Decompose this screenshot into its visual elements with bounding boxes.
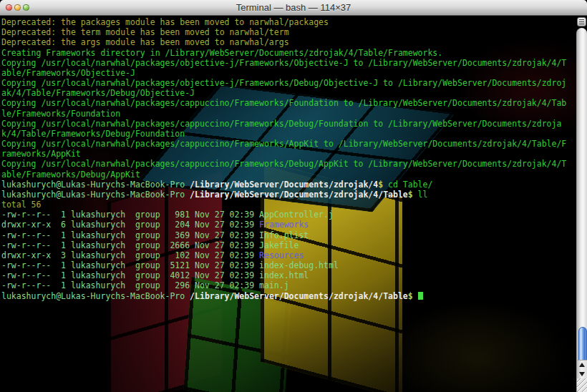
window-resize-grip[interactable] <box>576 378 587 392</box>
terminal-screen[interactable]: Deprecated: the packages module has been… <box>0 16 566 301</box>
terminal-line: lukashurych@Lukas-Hurychs-MacBook-Pro /L… <box>1 291 566 301</box>
terminal-cursor <box>418 292 423 300</box>
terminal-line: Copying /usr/local/narwhal/packages/capp… <box>1 159 566 179</box>
terminal-line: Copying /usr/local/narwhal/packages/capp… <box>1 119 566 139</box>
scrollbar-track[interactable] <box>576 28 587 360</box>
terminal-line: -rw-r--r-- 1 lukashurych group 5121 Nov … <box>1 260 566 270</box>
arrow-down-icon <box>579 372 585 376</box>
terminal-line: Copying /usr/local/narwhal/packages/obje… <box>1 58 566 78</box>
terminal-line: Creating Frameworks directory in /Librar… <box>1 48 566 58</box>
scroll-down-button[interactable] <box>576 369 587 378</box>
scroll-up-button[interactable] <box>576 360 587 369</box>
terminal-line: Deprecated: the term module has been mov… <box>1 27 566 37</box>
terminal-line: Deprecated: the packages module has been… <box>1 17 566 27</box>
terminal-line: -rw-r--r-- 1 lukashurych group 369 Nov 2… <box>1 230 566 240</box>
vertical-scrollbar <box>576 16 587 392</box>
terminal-line: -rw-r--r-- 1 lukashurych group 2666 Nov … <box>1 240 566 250</box>
terminal-window: { "window": { "title": "Terminal — bash … <box>0 0 587 392</box>
terminal-line: -rw-r--r-- 1 lukashurych group 296 Nov 2… <box>1 280 566 290</box>
arrow-up-icon <box>579 363 585 367</box>
window-title: Terminal — bash — 114×37 <box>0 2 587 13</box>
scrollback-page-button[interactable] <box>577 17 586 26</box>
terminal-content-area: Deprecated: the packages module has been… <box>0 16 587 392</box>
terminal-line: Copying /usr/local/narwhal/packages/capp… <box>1 139 566 159</box>
terminal-line: Copying /usr/local/narwhal/packages/obje… <box>1 78 566 98</box>
terminal-line: -rw-r--r-- 1 lukashurych group 4012 Nov … <box>1 270 566 280</box>
terminal-line: -rw-r--r-- 1 lukashurych group 981 Nov 2… <box>1 210 566 220</box>
terminal-line: drwxr-xr-x 3 lukashurych group 102 Nov 2… <box>1 250 566 260</box>
terminal-line: total 56 <box>1 200 566 210</box>
terminal-line: lukashurych@Lukas-Hurychs-MacBook-Pro /L… <box>1 190 566 200</box>
terminal-line: drwxr-xr-x 6 lukashurych group 204 Nov 2… <box>1 220 566 230</box>
title-bar[interactable]: Terminal — bash — 114×37 <box>0 0 587 16</box>
terminal-line: lukashurych@Lukas-Hurychs-MacBook-Pro /L… <box>1 180 566 190</box>
terminal-line: Copying /usr/local/narwhal/packages/capp… <box>1 98 566 118</box>
terminal-line: Deprecated: the args module has been mov… <box>1 37 566 47</box>
